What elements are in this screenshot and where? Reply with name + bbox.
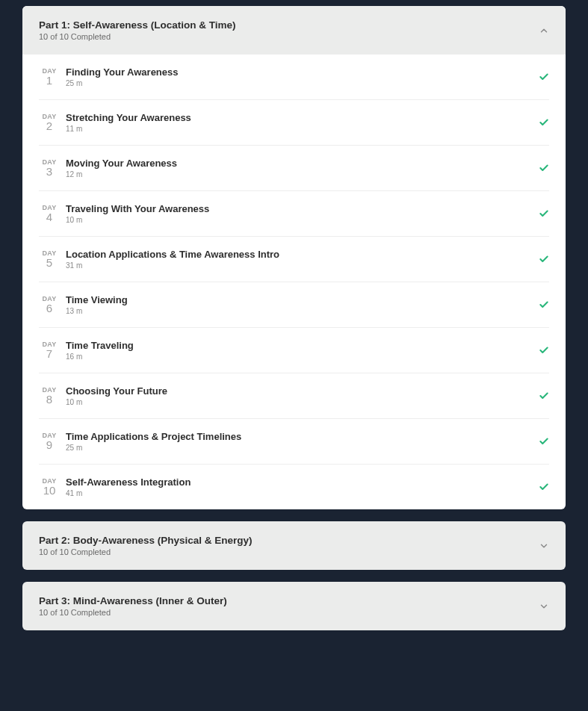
lesson-title: Time Applications & Project Timelines	[66, 431, 539, 442]
lesson-item[interactable]: DAY 3 Moving Your Awareness 12 m	[39, 146, 549, 191]
day-number: 5	[46, 257, 52, 270]
lesson-content: Self-Awareness Integration 41 m	[66, 476, 539, 497]
lesson-duration: 16 m	[66, 353, 539, 361]
lesson-content: Finding Your Awareness 25 m	[66, 66, 539, 87]
section-progress: 10 of 10 Completed	[39, 608, 227, 617]
day-number: 9	[46, 439, 52, 452]
lesson-content: Time Traveling 16 m	[66, 340, 539, 361]
day-block: DAY 6	[39, 295, 60, 315]
lesson-content: Stretching Your Awareness 11 m	[66, 112, 539, 133]
lesson-duration: 10 m	[66, 216, 539, 224]
lesson-content: Time Applications & Project Timelines 25…	[66, 431, 539, 452]
lesson-title: Stretching Your Awareness	[66, 112, 539, 123]
lesson-item[interactable]: DAY 10 Self-Awareness Integration 41 m	[39, 465, 549, 509]
checkmark-icon	[539, 345, 549, 356]
chevron-down-icon	[539, 541, 549, 551]
checkmark-icon	[539, 254, 549, 264]
checkmark-icon	[539, 391, 549, 401]
lesson-duration: 11 m	[66, 125, 539, 133]
section-progress: 10 of 10 Completed	[39, 32, 236, 41]
day-number: 2	[46, 120, 52, 133]
lesson-title: Time Viewing	[66, 294, 539, 305]
day-number: 3	[46, 166, 52, 178]
checkmark-icon	[539, 436, 549, 447]
day-number: 1	[46, 75, 52, 87]
checkmark-icon	[539, 117, 549, 128]
day-block: DAY 10	[39, 477, 60, 497]
lesson-item[interactable]: DAY 4 Traveling With Your Awareness 10 m	[39, 191, 549, 237]
checkmark-icon	[539, 72, 549, 82]
day-block: DAY 1	[39, 67, 60, 87]
lesson-content: Time Viewing 13 m	[66, 294, 539, 315]
lesson-content: Traveling With Your Awareness 10 m	[66, 203, 539, 224]
checkmark-icon	[539, 163, 549, 173]
lesson-item[interactable]: DAY 5 Location Applications & Time Aware…	[39, 237, 549, 282]
day-block: DAY 2	[39, 113, 60, 133]
lesson-item[interactable]: DAY 6 Time Viewing 13 m	[39, 282, 549, 328]
section-header[interactable]: Part 1: Self-Awareness (Location & Time)…	[22, 6, 566, 55]
course-section: Part 2: Body-Awareness (Physical & Energ…	[22, 521, 566, 570]
day-number: 4	[46, 211, 52, 224]
section-header[interactable]: Part 3: Mind-Awareness (Inner & Outer) 1…	[22, 582, 566, 630]
lesson-title: Location Applications & Time Awareness I…	[66, 249, 539, 260]
checkmark-icon	[539, 299, 549, 310]
lesson-title: Finding Your Awareness	[66, 66, 539, 78]
day-block: DAY 9	[39, 432, 60, 452]
day-block: DAY 5	[39, 249, 60, 270]
course-section: Part 3: Mind-Awareness (Inner & Outer) 1…	[22, 582, 566, 630]
day-block: DAY 4	[39, 204, 60, 224]
lesson-duration: 25 m	[66, 79, 539, 87]
section-progress: 10 of 10 Completed	[39, 547, 253, 556]
lesson-item[interactable]: DAY 1 Finding Your Awareness 25 m	[39, 55, 549, 100]
lesson-content: Location Applications & Time Awareness I…	[66, 249, 539, 270]
lesson-item[interactable]: DAY 8 Choosing Your Future 10 m	[39, 373, 549, 419]
lesson-title: Traveling With Your Awareness	[66, 203, 539, 214]
lesson-title: Self-Awareness Integration	[66, 476, 539, 488]
section-header-text: Part 2: Body-Awareness (Physical & Energ…	[39, 535, 253, 556]
lesson-content: Choosing Your Future 10 m	[66, 385, 539, 406]
lesson-duration: 12 m	[66, 170, 539, 178]
lesson-list: DAY 1 Finding Your Awareness 25 m DAY 2 …	[22, 55, 566, 509]
course-section: Part 1: Self-Awareness (Location & Time)…	[22, 6, 566, 509]
chevron-down-icon	[539, 601, 549, 612]
section-header-text: Part 1: Self-Awareness (Location & Time)…	[39, 19, 236, 41]
chevron-up-icon	[539, 25, 549, 36]
day-block: DAY 3	[39, 158, 60, 178]
lesson-duration: 41 m	[66, 489, 539, 497]
day-block: DAY 8	[39, 386, 60, 406]
section-title: Part 2: Body-Awareness (Physical & Energ…	[39, 535, 253, 546]
day-number: 6	[46, 302, 52, 315]
lesson-title: Time Traveling	[66, 340, 539, 351]
lesson-duration: 25 m	[66, 444, 539, 452]
day-number: 10	[43, 485, 56, 497]
day-number: 8	[46, 394, 52, 406]
day-block: DAY 7	[39, 341, 60, 361]
lesson-content: Moving Your Awareness 12 m	[66, 158, 539, 178]
lesson-title: Moving Your Awareness	[66, 158, 539, 169]
checkmark-icon	[539, 208, 549, 219]
lesson-item[interactable]: DAY 9 Time Applications & Project Timeli…	[39, 419, 549, 465]
day-number: 7	[46, 348, 52, 361]
lesson-duration: 31 m	[66, 261, 539, 270]
lesson-duration: 10 m	[66, 398, 539, 406]
section-title: Part 3: Mind-Awareness (Inner & Outer)	[39, 595, 227, 606]
section-header[interactable]: Part 2: Body-Awareness (Physical & Energ…	[22, 521, 566, 570]
section-header-text: Part 3: Mind-Awareness (Inner & Outer) 1…	[39, 595, 227, 617]
lesson-duration: 13 m	[66, 307, 539, 315]
section-title: Part 1: Self-Awareness (Location & Time)	[39, 19, 236, 31]
checkmark-icon	[539, 482, 549, 492]
lesson-item[interactable]: DAY 7 Time Traveling 16 m	[39, 328, 549, 373]
lesson-title: Choosing Your Future	[66, 385, 539, 397]
lesson-item[interactable]: DAY 2 Stretching Your Awareness 11 m	[39, 100, 549, 146]
